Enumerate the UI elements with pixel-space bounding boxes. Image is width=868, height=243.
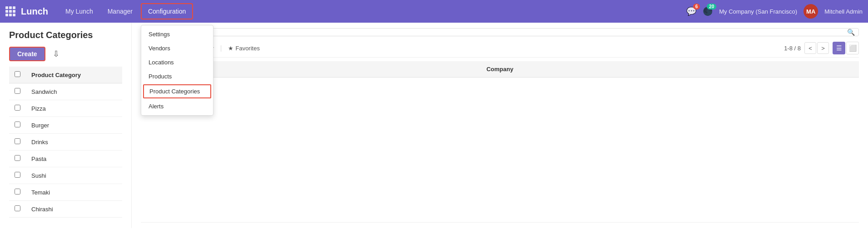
col-header-product-category: Product Category [26, 67, 122, 83]
top-nav: My Lunch Manager Configuration Settings … [59, 4, 193, 19]
row-checkbox[interactable] [15, 122, 20, 127]
row-checkbox-cell [9, 117, 26, 134]
topbar: Lunch My Lunch Manager Configuration Set… [0, 0, 868, 23]
left-panel: Product Categories Create ⇩ Product Cate… [0, 23, 132, 228]
dropdown-item-alerts[interactable]: Alerts [141, 99, 213, 113]
dropdown-item-vendors[interactable]: Vendors [141, 41, 213, 55]
row-checkbox-cell [9, 184, 26, 201]
user-name[interactable]: Mitchell Admin [824, 8, 863, 15]
favorites-button[interactable]: ★ Favorites [225, 44, 262, 53]
row-category-cell[interactable]: Temaki [26, 184, 122, 201]
app-title: Lunch [21, 6, 48, 17]
row-category-cell[interactable]: Burger [26, 117, 122, 134]
page-title: Product Categories [9, 30, 122, 40]
row-checkbox[interactable] [15, 189, 20, 194]
company-column-empty [141, 78, 859, 223]
row-category-cell[interactable]: Chirashi [26, 201, 122, 218]
topbar-left: Lunch My Lunch Manager Configuration Set… [5, 4, 193, 19]
row-checkbox-cell [9, 100, 26, 117]
create-button[interactable]: Create [9, 47, 45, 61]
view-toggle-buttons: ☰ ⬜ [833, 42, 859, 54]
apps-grid-icon[interactable] [5, 6, 15, 16]
filter-bar: ▼ Filters | ☰ Group By | ★ Favorites 1-8… [141, 39, 859, 58]
table-row: Temaki [9, 184, 122, 201]
col-label-product-category: Product Category [31, 72, 81, 78]
select-all-checkbox[interactable] [15, 71, 20, 77]
search-icon: 🔍 [847, 29, 855, 36]
download-button[interactable]: ⇩ [49, 47, 63, 61]
favorites-icon: ★ [228, 45, 233, 52]
row-category-cell[interactable]: Sushi [26, 167, 122, 184]
dropdown-item-product-categories[interactable]: Product Categories [143, 84, 211, 98]
table-row: Pizza [9, 100, 122, 117]
row-checkbox[interactable] [15, 138, 20, 144]
table-header-row: Product Category [9, 67, 122, 83]
download-icon: ⇩ [53, 49, 60, 58]
dropdown-item-locations[interactable]: Locations [141, 55, 213, 69]
nav-item-my-lunch[interactable]: My Lunch [59, 4, 99, 19]
pagination-prev[interactable]: < [804, 42, 816, 54]
product-categories-table: Product Category Sandwich Pizza Burger [9, 67, 122, 218]
chat-button[interactable]: 💬 6 [686, 6, 696, 16]
grid-view-button[interactable]: ⬜ [846, 42, 859, 54]
activity-button[interactable]: 🌑 20 [703, 6, 713, 16]
avatar[interactable]: MA [804, 4, 818, 19]
dropdown-item-products[interactable]: Products [141, 69, 213, 83]
search-filter-area: 🔍 ▼ Filters | ☰ Group By | ★ Favorites 1… [141, 28, 859, 58]
row-checkbox[interactable] [15, 172, 20, 178]
table-row: Chirashi [9, 201, 122, 218]
pagination-info: 1-8 / 8 [784, 45, 801, 52]
main-layout: Product Categories Create ⇩ Product Cate… [0, 23, 868, 228]
configuration-dropdown: Settings Vendors Locations Products Prod… [141, 25, 213, 116]
avatar-initials: MA [806, 8, 815, 15]
favorites-label: Favorites [235, 45, 259, 52]
company-name: My Company (San Francisco) [719, 8, 797, 15]
company-header-row: Company [141, 61, 859, 78]
row-checkbox-cell [9, 167, 26, 184]
company-data-spacer [141, 78, 859, 223]
toolbar: Create ⇩ [9, 47, 122, 61]
nav-item-configuration-container: Configuration Settings Vendors Locations… [141, 8, 193, 15]
row-checkbox[interactable] [15, 205, 20, 211]
row-checkbox[interactable] [15, 105, 20, 111]
right-panel: 🔍 ▼ Filters | ☰ Group By | ★ Favorites 1… [132, 23, 868, 228]
table-row: Sushi [9, 167, 122, 184]
filter-separator-2: | [220, 44, 222, 52]
dropdown-item-settings[interactable]: Settings [141, 27, 213, 41]
pagination-next[interactable]: > [817, 42, 829, 54]
table-row: Burger [9, 117, 122, 134]
table-row: Sandwich [9, 83, 122, 100]
row-checkbox-cell [9, 201, 26, 218]
topbar-right: 💬 6 🌑 20 My Company (San Francisco) MA M… [686, 4, 863, 19]
row-checkbox[interactable] [15, 155, 20, 161]
row-category-cell[interactable]: Sandwich [26, 83, 122, 100]
row-checkbox-cell [9, 134, 26, 151]
nav-item-configuration[interactable]: Configuration [141, 3, 193, 19]
table-row: Pasta [9, 151, 122, 167]
chat-badge: 6 [693, 4, 700, 10]
search-input[interactable] [145, 29, 847, 36]
col-label-company: Company [486, 66, 513, 73]
company-table-header: Company [141, 61, 859, 223]
row-checkbox[interactable] [15, 88, 20, 94]
activity-badge: 20 [707, 4, 716, 10]
row-category-cell[interactable]: Pizza [26, 100, 122, 117]
table-row: Drinks [9, 134, 122, 151]
search-container: 🔍 [141, 28, 859, 36]
pagination-buttons: < > [804, 42, 829, 54]
row-checkbox-cell [9, 83, 26, 100]
list-view-button[interactable]: ☰ [833, 42, 845, 54]
row-category-cell[interactable]: Drinks [26, 134, 122, 151]
col-header-company: Company [141, 61, 859, 78]
col-header-check [9, 67, 26, 83]
row-category-cell[interactable]: Pasta [26, 151, 122, 167]
nav-item-manager[interactable]: Manager [101, 4, 139, 19]
row-checkbox-cell [9, 151, 26, 167]
